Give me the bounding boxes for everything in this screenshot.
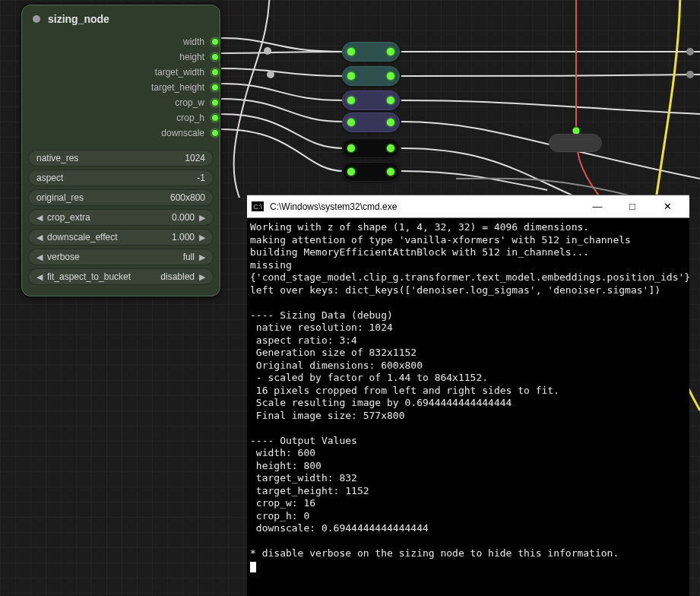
port-crop-h[interactable]: crop_h	[27, 110, 215, 125]
port-width[interactable]: width	[27, 34, 215, 49]
port-target-height[interactable]: target_height	[27, 80, 215, 95]
node-title-text: sizing_node	[48, 13, 109, 25]
minimize-button[interactable]: —	[580, 195, 615, 218]
chevron-left-icon[interactable]: ◀	[36, 233, 43, 243]
close-icon: ✕	[664, 201, 672, 212]
prop-verbose[interactable]: ◀ verbose full ▶	[28, 249, 214, 265]
port-dot-icon[interactable]	[211, 38, 219, 46]
node-title-bar[interactable]: sizing_node	[22, 5, 220, 31]
chevron-left-icon[interactable]: ◀	[36, 252, 43, 262]
prop-original-res[interactable]: original_res 600x800	[28, 189, 214, 206]
chevron-right-icon[interactable]: ▶	[199, 272, 205, 282]
cursor-icon	[250, 562, 256, 572]
chevron-right-icon[interactable]: ▶	[199, 252, 205, 262]
node-collapse-dot-icon[interactable]	[33, 15, 40, 23]
cmd-icon: C:\	[252, 201, 264, 211]
close-button[interactable]: ✕	[650, 195, 685, 218]
remote-node-4[interactable]	[342, 113, 400, 132]
chevron-right-icon[interactable]: ▶	[199, 233, 205, 243]
prop-fit-aspect-to-bucket[interactable]: ◀ fit_aspect_to_bucket disabled ▶	[28, 268, 214, 285]
remote-node-1[interactable]	[342, 42, 400, 62]
port-dot-icon[interactable]	[211, 114, 219, 122]
port-crop-w[interactable]: crop_w	[27, 95, 215, 110]
prop-aspect[interactable]: aspect -1	[28, 170, 214, 186]
port-dot-icon[interactable]	[211, 84, 219, 91]
chevron-left-icon[interactable]: ◀	[36, 213, 43, 223]
prop-native-res[interactable]: native_res 1024	[28, 150, 214, 166]
port-downscale[interactable]: downscale	[27, 125, 215, 141]
port-target-width[interactable]: target_width	[27, 65, 215, 80]
maximize-button[interactable]: □	[615, 195, 650, 218]
port-dot-icon[interactable]	[211, 53, 219, 61]
cmd-window[interactable]: C:\ C:\Windows\system32\cmd.exe — □ ✕ Wo…	[247, 195, 689, 596]
remote-node-6[interactable]	[342, 162, 400, 182]
prop-crop-extra[interactable]: ◀ crop_extra 0.000 ▶	[28, 209, 214, 226]
node-output-ports: width height target_width target_height …	[22, 31, 220, 145]
port-height[interactable]: height	[27, 49, 215, 65]
cmd-output[interactable]: Working with z of shape (1, 4, 32, 32) =…	[247, 218, 689, 596]
chevron-right-icon[interactable]: ▶	[199, 213, 205, 223]
remote-node-2[interactable]	[342, 66, 400, 86]
port-dot-icon[interactable]	[211, 68, 219, 76]
minimize-icon: —	[593, 201, 603, 212]
cmd-title-text: C:\Windows\system32\cmd.exe	[270, 201, 397, 212]
ghost-node[interactable]	[549, 134, 602, 152]
remote-node-5[interactable]	[342, 138, 400, 158]
cmd-titlebar[interactable]: C:\ C:\Windows\system32\cmd.exe — □ ✕	[247, 195, 689, 218]
port-dot-icon[interactable]	[211, 99, 219, 106]
maximize-icon: □	[629, 201, 635, 212]
remote-node-3[interactable]	[342, 90, 400, 110]
sizing-node[interactable]: sizing_node width height target_width ta…	[21, 5, 220, 296]
port-dot-icon[interactable]	[211, 129, 219, 137]
node-properties: native_res 1024 aspect -1 original_res 6…	[22, 145, 220, 296]
prop-downscale-effect[interactable]: ◀ downscale_effect 1.000 ▶	[28, 229, 214, 246]
chevron-left-icon[interactable]: ◀	[36, 272, 43, 282]
